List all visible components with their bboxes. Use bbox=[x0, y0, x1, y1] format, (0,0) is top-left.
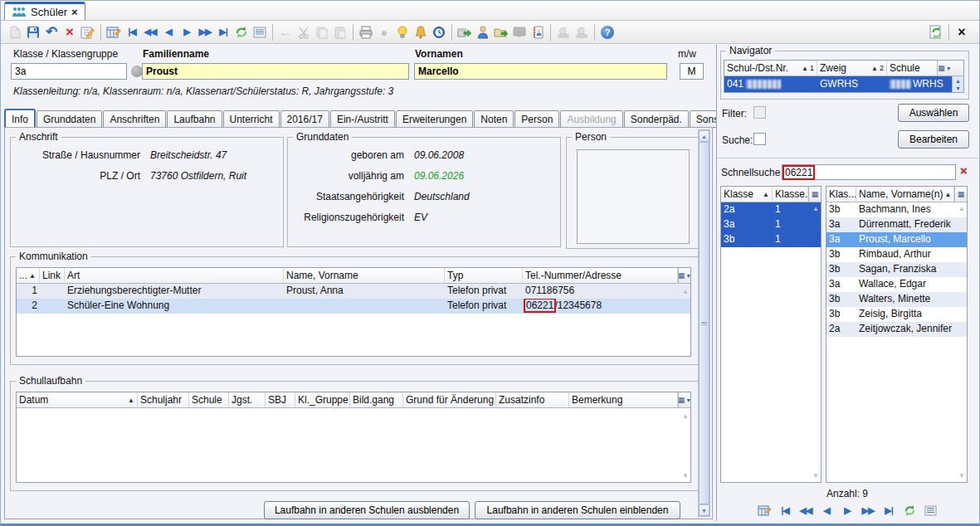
close-view-icon[interactable]: × bbox=[953, 23, 971, 41]
data-table-icon[interactable] bbox=[755, 501, 773, 519]
export-icon[interactable] bbox=[456, 23, 474, 41]
hint-bulb-icon[interactable] bbox=[393, 23, 412, 41]
address-book-icon[interactable] bbox=[529, 23, 547, 41]
col-sbj[interactable]: SBJ bbox=[266, 392, 295, 408]
navigator-row-cell[interactable]: WRHS bbox=[887, 76, 952, 92]
refresh-icon[interactable] bbox=[232, 23, 251, 41]
name-row[interactable]: 3aWallace, Edgar bbox=[826, 277, 967, 292]
col-art[interactable]: Art bbox=[65, 268, 284, 284]
name-row-selected[interactable]: 3aProust, Marcello bbox=[826, 232, 967, 247]
auswaehlen-button[interactable]: Auswählen bbox=[898, 104, 969, 122]
clear-search-icon[interactable]: × bbox=[960, 163, 968, 178]
col-klasse-short[interactable]: Klas... bbox=[826, 187, 856, 202]
bell-icon[interactable] bbox=[412, 23, 430, 41]
scroll-down-icon[interactable]: ▼ bbox=[682, 472, 689, 480]
tab-schuljahr[interactable]: 2016/17 bbox=[280, 110, 329, 128]
tab-sonderpaed[interactable]: Sonderpäd. bbox=[624, 110, 689, 128]
scrollbar-down-icon[interactable]: ▼ bbox=[699, 504, 709, 516]
tab-unterricht[interactable]: Unterricht bbox=[223, 110, 280, 128]
scrollbar-thumb[interactable] bbox=[699, 142, 709, 504]
info-circle-icon[interactable] bbox=[131, 66, 143, 77]
col-schul-dst-nr[interactable]: Schul-/Dst.Nr.▲1 bbox=[724, 61, 817, 76]
bearbeiten-button[interactable]: Bearbeiten bbox=[898, 130, 969, 149]
scroll-up-icon[interactable]: ▲ bbox=[682, 288, 689, 295]
col-jgst[interactable]: Jgst. bbox=[229, 392, 266, 408]
disc-icon[interactable]: ● bbox=[375, 23, 393, 41]
col-datum[interactable]: Datum▲ bbox=[17, 392, 138, 408]
first-record-icon[interactable]: |◀ bbox=[776, 501, 794, 519]
navigator-row-cell[interactable]: GWRHS bbox=[817, 76, 887, 92]
name-row[interactable]: 3bBachmann, Ines bbox=[826, 202, 967, 217]
klasse-row[interactable]: 3a1 bbox=[721, 217, 821, 232]
tab-grunddaten[interactable]: Grunddaten bbox=[37, 110, 102, 128]
name-row[interactable]: 2aZeitjowczak, Jennifer bbox=[826, 322, 967, 337]
tab-laufbahn[interactable]: Laufbahn bbox=[167, 110, 222, 128]
refresh-icon[interactable] bbox=[900, 501, 919, 519]
new-record-icon[interactable] bbox=[6, 23, 24, 41]
col-name-vornamen[interactable]: Name, Vorname(n)▲ bbox=[856, 187, 954, 202]
user-export-icon[interactable] bbox=[474, 23, 492, 41]
data-table-icon[interactable] bbox=[105, 23, 123, 41]
folder-export-icon[interactable] bbox=[492, 23, 510, 41]
col-typ[interactable]: Typ bbox=[445, 268, 523, 284]
next-record-icon[interactable]: ▶ bbox=[838, 501, 856, 519]
col-name-vorname[interactable]: Name, Vorname bbox=[284, 268, 445, 284]
col-link[interactable]: Link bbox=[40, 268, 65, 284]
col-tel[interactable]: Tel.-Nummer/Adresse bbox=[523, 268, 678, 284]
name-row[interactable]: 3bSagan, Franziska bbox=[826, 262, 967, 277]
prev-record-icon[interactable]: ◀ bbox=[159, 23, 178, 41]
help-icon[interactable]: ? bbox=[598, 23, 617, 41]
main-scrollbar[interactable]: ▲ ▼ bbox=[698, 129, 710, 517]
print-icon[interactable] bbox=[357, 23, 375, 41]
tab-person[interactable]: Person bbox=[514, 110, 559, 128]
next-fast-icon[interactable]: ▶▶ bbox=[196, 23, 214, 41]
list-view-icon[interactable] bbox=[251, 23, 269, 41]
delete-icon[interactable]: × bbox=[61, 23, 79, 41]
screen-icon[interactable] bbox=[510, 23, 529, 41]
laufbahn-ausblenden-button[interactable]: Laufbahn in anderen Schulen ausblenden bbox=[264, 501, 470, 519]
last-record-icon[interactable]: ▶| bbox=[214, 23, 232, 41]
tab-close-icon[interactable]: × bbox=[71, 6, 78, 18]
klasse-input[interactable] bbox=[11, 63, 127, 80]
tab-erweiterungen[interactable]: Erweiterungen bbox=[396, 110, 473, 128]
next-fast-icon[interactable]: ▶▶ bbox=[859, 501, 877, 519]
save-icon[interactable] bbox=[24, 23, 42, 41]
scroll-up-icon[interactable]: ▲ bbox=[958, 205, 965, 212]
laufbahn-einblenden-button[interactable]: Laufbahn in anderen Schulen einblenden bbox=[475, 501, 680, 519]
col-klassengruppe[interactable]: Klasse... bbox=[773, 187, 808, 202]
col-schuljahr[interactable]: Schuljahr bbox=[138, 392, 189, 408]
table-options-button[interactable]: ▦▼ bbox=[937, 61, 952, 76]
alarm-clock-icon[interactable] bbox=[430, 23, 448, 41]
tab-ein-austritt[interactable]: Ein-/Austritt bbox=[330, 110, 395, 128]
back-icon[interactable]: ← bbox=[276, 23, 295, 41]
name-row[interactable]: 3aDürrenmatt, Frederik bbox=[826, 217, 967, 232]
scroll-up-icon[interactable]: ▲ bbox=[812, 205, 819, 212]
col-bemerkung[interactable]: Bemerkung bbox=[569, 392, 678, 408]
tab-schueler[interactable]: Schüler × bbox=[4, 2, 85, 20]
first-record-icon[interactable]: |◀ bbox=[123, 23, 141, 41]
prev-fast-icon[interactable]: ◀◀ bbox=[141, 23, 159, 41]
name-row[interactable]: 3bWalters, Minette bbox=[826, 292, 967, 307]
familienname-input[interactable] bbox=[142, 63, 409, 80]
filter-checkbox[interactable] bbox=[753, 106, 766, 119]
klasse-row[interactable]: 2a1 bbox=[721, 202, 821, 217]
undo-icon[interactable]: ↶ bbox=[42, 23, 61, 41]
name-row[interactable]: 3bRimbaud, Arthur bbox=[826, 247, 967, 262]
next-record-icon[interactable]: ▶ bbox=[178, 23, 196, 41]
stamp-icon[interactable] bbox=[573, 23, 591, 41]
scroll-up-icon[interactable]: ▲ bbox=[682, 412, 689, 420]
edit-icon[interactable] bbox=[79, 23, 97, 41]
scrollbar-up-icon[interactable]: ▲ bbox=[699, 130, 709, 142]
table-options-button[interactable]: ▦▼ bbox=[678, 268, 690, 284]
vornamen-input[interactable] bbox=[414, 63, 667, 80]
table-options-button[interactable]: ▦ bbox=[808, 187, 821, 202]
paste-icon[interactable] bbox=[331, 23, 349, 41]
kommunikation-row[interactable]: 1 Erziehungsberechtigter-Mutter Proust, … bbox=[17, 284, 690, 299]
klasse-row[interactable]: 3b1 bbox=[721, 232, 821, 247]
suche-checkbox[interactable] bbox=[753, 133, 766, 145]
scroll-down-icon[interactable]: ▼ bbox=[958, 472, 965, 480]
col-zusatzinfo[interactable]: Zusatzinfo bbox=[496, 392, 569, 408]
col-klasse[interactable]: Klasse▲ bbox=[721, 187, 773, 202]
col-grund[interactable]: Grund für Änderung bbox=[403, 392, 496, 408]
cut-icon[interactable] bbox=[295, 23, 313, 41]
